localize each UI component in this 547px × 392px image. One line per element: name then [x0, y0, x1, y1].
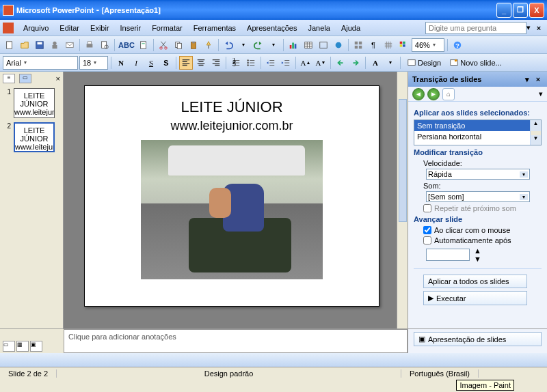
advance-auto-checkbox[interactable] — [423, 236, 431, 244]
normal-view-button[interactable]: ▭ — [3, 341, 15, 352]
nav-back-button[interactable]: ◄ — [412, 88, 425, 100]
undo-dropdown[interactable]: ▾ — [237, 38, 250, 52]
help-question-input[interactable] — [425, 22, 526, 34]
increase-indent-button[interactable] — [279, 56, 293, 70]
table-button[interactable] — [302, 38, 315, 52]
thumb-slide[interactable]: LEITE JÚNIOR www.leitejunior.com.br — [14, 88, 55, 118]
expand-all-button[interactable] — [351, 38, 365, 52]
outline-tab[interactable]: ≡ — [3, 74, 15, 83]
thumbnail-2[interactable]: 2 LEITE JÚNIOR www.leitejunior.com.br — [3, 122, 60, 152]
zoom-combo[interactable]: 46%▾ — [412, 38, 444, 52]
font-combo[interactable]: Arial▾ — [3, 56, 78, 70]
font-size-combo[interactable]: 18▾ — [79, 56, 108, 70]
listbox-scrollbar[interactable]: ▲ ▼ — [530, 120, 541, 145]
design-button[interactable]: Design — [403, 56, 444, 70]
align-center-button[interactable] — [194, 56, 208, 70]
menu-formatar[interactable]: Formatar — [146, 23, 188, 33]
spelling-button[interactable]: ABC — [118, 38, 135, 52]
promote-button[interactable] — [334, 56, 347, 70]
menu-arquivo[interactable]: Arquivo — [18, 23, 54, 33]
sound-combo[interactable]: [Sem som]▾ — [426, 191, 530, 202]
color-button[interactable] — [397, 38, 410, 52]
slide-canvas[interactable]: LEITE JÚNIOR www.leitejunior.com.br — [84, 85, 379, 307]
numbering-button[interactable]: 123 — [229, 56, 243, 70]
task-pane-dropdown[interactable]: ▾ — [522, 74, 532, 84]
sorter-view-button[interactable]: ▦ — [16, 341, 29, 352]
vertical-scrollbar[interactable] — [397, 72, 408, 328]
minimize-button[interactable]: _ — [496, 3, 511, 18]
notes-input[interactable]: Clique para adicionar anotações — [64, 329, 408, 353]
repeat-checkbox[interactable] — [423, 204, 431, 212]
menu-ajuda[interactable]: Ajuda — [336, 23, 366, 33]
thumb-slide-selected[interactable]: LEITE JÚNIOR www.leitejunior.com.br — [14, 122, 55, 152]
paste-button[interactable] — [187, 38, 200, 52]
nav-home-button[interactable]: ⌂ — [442, 88, 455, 100]
preview-button[interactable] — [98, 38, 111, 52]
close-panel-button[interactable]: × — [56, 74, 60, 83]
advance-click-checkbox[interactable] — [423, 226, 431, 234]
email-button[interactable] — [63, 38, 77, 52]
scroll-down-button[interactable]: ▼ — [531, 135, 541, 145]
menu-exibir[interactable]: Exibir — [85, 23, 115, 33]
permission-button[interactable] — [48, 38, 62, 52]
bold-button[interactable]: N — [114, 56, 128, 70]
maximize-button[interactable]: ❐ — [513, 3, 528, 18]
format-painter-button[interactable] — [202, 38, 215, 52]
shadow-button[interactable]: S — [159, 56, 173, 70]
menu-apresentacoes[interactable]: Apresentações — [241, 23, 302, 33]
advance-time-input[interactable] — [426, 249, 470, 261]
chart-button[interactable] — [286, 38, 300, 52]
transition-item-selected[interactable]: Sem transição — [414, 120, 541, 131]
align-right-button[interactable] — [209, 56, 223, 70]
slide-image[interactable] — [141, 140, 323, 279]
slide-subtitle[interactable]: www.leitejunior.com.br — [85, 119, 379, 133]
close-button[interactable]: X — [529, 3, 544, 18]
open-button[interactable] — [18, 38, 31, 52]
font-color-button[interactable]: A — [369, 56, 382, 70]
redo-dropdown[interactable]: ▾ — [267, 38, 280, 52]
save-button[interactable] — [33, 38, 46, 52]
transitions-listbox[interactable]: Sem transição Persiana horizontal ▲ ▼ — [414, 120, 542, 145]
thumbnail-1[interactable]: 1 LEITE JÚNIOR www.leitejunior.com.br — [3, 88, 60, 118]
italic-button[interactable]: I — [129, 56, 143, 70]
underline-button[interactable]: S — [144, 56, 158, 70]
decrease-font-button[interactable]: A▼ — [314, 56, 328, 70]
increase-font-button[interactable]: A▲ — [299, 56, 312, 70]
cut-button[interactable] — [157, 38, 170, 52]
show-formatting-button[interactable]: ¶ — [366, 38, 380, 52]
font-color-dropdown[interactable]: ▾ — [384, 56, 397, 70]
slides-tab[interactable]: ▭ — [19, 74, 31, 83]
print-button[interactable] — [83, 38, 96, 52]
research-button[interactable] — [137, 38, 150, 52]
bullets-button[interactable] — [244, 56, 258, 70]
menu-inserir[interactable]: Inserir — [115, 23, 147, 33]
menu-editar[interactable]: Editar — [54, 23, 85, 33]
scroll-up-button[interactable]: ▲ — [531, 120, 541, 131]
execute-button[interactable]: ▶Executar — [423, 291, 527, 305]
slide-title[interactable]: LEITE JÚNIOR — [85, 98, 379, 116]
nav-forward-button[interactable]: ► — [427, 88, 440, 100]
apply-all-button[interactable]: Aplicar a todos os slides — [423, 275, 527, 288]
slideshow-button[interactable]: ▣Apresentação de slides — [414, 332, 542, 346]
slideshow-view-button[interactable]: ▣ — [30, 341, 42, 352]
new-slide-button[interactable]: Novo slide... — [446, 56, 505, 70]
new-button[interactable] — [3, 38, 16, 52]
speed-combo[interactable]: Rápida▾ — [426, 169, 530, 180]
decrease-indent-button[interactable] — [264, 56, 278, 70]
help-button[interactable]: ? — [451, 38, 464, 52]
copy-button[interactable] — [172, 38, 185, 52]
spin-buttons[interactable]: ▲▼ — [474, 247, 481, 263]
tables-borders-button[interactable] — [317, 38, 330, 52]
demote-button[interactable] — [349, 56, 362, 70]
hyperlink-button[interactable] — [332, 38, 345, 52]
undo-button[interactable] — [222, 38, 235, 52]
task-pane-close[interactable]: × — [533, 74, 543, 84]
menu-ferramentas[interactable]: Ferramentas — [188, 23, 241, 33]
nav-menu-dropdown[interactable]: ▾ — [539, 89, 543, 98]
grid-button[interactable] — [382, 38, 395, 52]
scrollbar-thumb[interactable] — [399, 99, 407, 222]
app-menu-icon[interactable] — [3, 23, 14, 33]
redo-button[interactable] — [252, 38, 265, 52]
transition-item[interactable]: Persiana horizontal — [414, 131, 541, 142]
menu-janela[interactable]: Janela — [303, 23, 336, 33]
